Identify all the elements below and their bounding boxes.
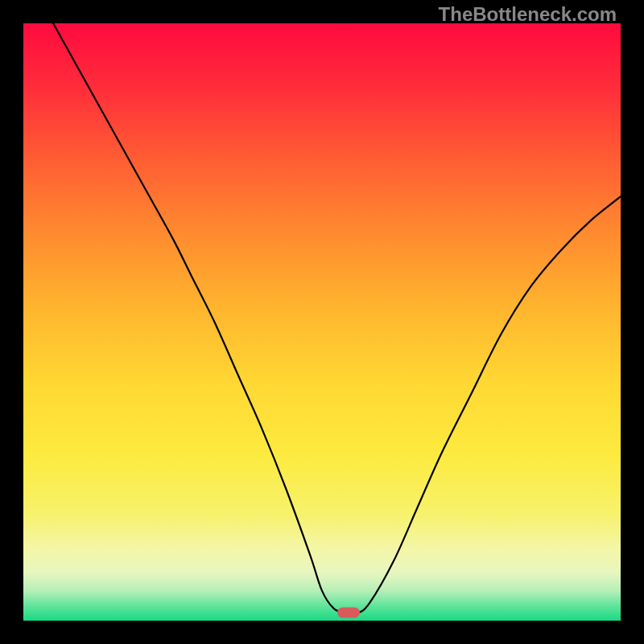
minimum-marker	[337, 608, 360, 618]
chart-svg	[23, 23, 621, 621]
plot-area	[23, 23, 621, 621]
gradient-background	[23, 23, 621, 621]
chart-frame: TheBottleneck.com	[0, 0, 644, 644]
watermark-text: TheBottleneck.com	[439, 3, 617, 26]
